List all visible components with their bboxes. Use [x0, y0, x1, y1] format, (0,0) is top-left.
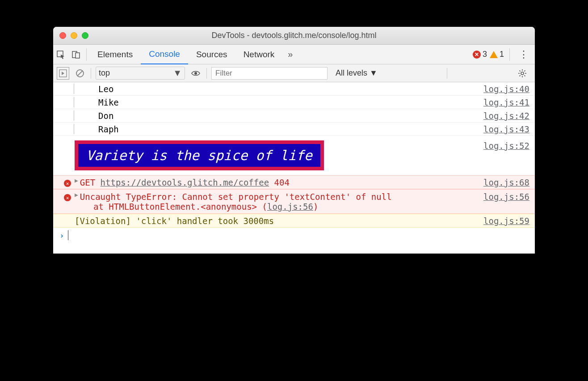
live-expression-icon[interactable] — [189, 67, 202, 80]
svg-line-12 — [520, 70, 521, 71]
kebab-menu-icon[interactable]: ⋮ — [512, 49, 535, 60]
expand-icon[interactable]: ▶ — [75, 191, 78, 202]
minimize-window-button[interactable] — [71, 32, 77, 39]
expand-icon[interactable]: ▶ — [75, 177, 78, 184]
stack-frame-text: at HTMLButtonElement.<anonymous> ( — [93, 202, 267, 212]
separator — [91, 68, 91, 79]
error-row[interactable]: ✕ ▶ GET https://devtools.glitch.me/coffe… — [53, 175, 535, 189]
warning-count: 1 — [500, 50, 504, 59]
styled-log-row[interactable]: Variety is the spice of life log.js:52 — [53, 136, 535, 175]
titlebar: DevTools - devtools.glitch.me/console/lo… — [53, 27, 535, 45]
close-window-button[interactable] — [59, 32, 66, 39]
separator — [509, 48, 510, 61]
error-icon: ✕ — [64, 180, 71, 187]
error-count: 3 — [483, 50, 487, 59]
svg-line-13 — [524, 75, 525, 76]
error-badge-icon: ✕ — [473, 51, 481, 59]
error-warning-badges[interactable]: ✕3 1 — [473, 50, 507, 59]
log-text: Don — [86, 110, 113, 121]
svg-point-7 — [521, 72, 524, 75]
error-url[interactable]: https://devtools.glitch.me/coffee — [101, 178, 269, 187]
error-row[interactable]: ✕ ▶ Uncaught TypeError: Cannot set prope… — [53, 189, 535, 214]
filter-input[interactable] — [211, 67, 328, 80]
log-level-selector[interactable]: All levels ▼ — [332, 68, 381, 78]
maximize-window-button[interactable] — [82, 32, 88, 39]
devtools-window: DevTools - devtools.glitch.me/console/lo… — [53, 27, 535, 254]
log-row[interactable]: Leo log.js:40 — [53, 82, 535, 96]
tab-console[interactable]: Console — [141, 45, 188, 64]
console-toolbar: top ▼ All levels ▼ — [53, 64, 535, 82]
console-sidebar-toggle-icon[interactable] — [57, 67, 69, 80]
log-row[interactable]: Don log.js:42 — [53, 109, 535, 123]
source-link[interactable]: log.js:40 — [483, 84, 529, 94]
log-text: Mike — [86, 97, 119, 107]
warning-badge-icon — [490, 51, 498, 58]
violation-row[interactable]: [Violation] 'click' handler took 3000ms … — [53, 214, 535, 228]
log-text: Leo — [86, 84, 113, 94]
inspect-element-icon[interactable] — [53, 45, 68, 64]
tab-elements[interactable]: Elements — [89, 45, 141, 64]
device-toolbar-icon[interactable] — [68, 45, 84, 64]
source-link[interactable]: log.js:68 — [483, 177, 529, 187]
separator — [86, 48, 87, 61]
log-row[interactable]: Raph log.js:43 — [53, 123, 535, 136]
window-title: DevTools - devtools.glitch.me/console/lo… — [53, 31, 535, 40]
text-cursor — [68, 230, 68, 240]
clear-console-icon[interactable] — [74, 67, 86, 80]
violation-text: [Violation] 'click' handler took 3000ms — [75, 216, 483, 226]
log-row[interactable]: Mike log.js:41 — [53, 96, 535, 109]
prompt-chevron-icon: › — [53, 231, 64, 240]
source-link[interactable]: log.js:56 — [483, 191, 529, 202]
error-message: Uncaught TypeError: Cannot set property … — [80, 191, 483, 202]
error-icon: ✕ — [64, 194, 71, 201]
svg-line-15 — [524, 70, 525, 71]
tabbar: Elements Console Sources Network » ✕3 1 … — [53, 45, 535, 64]
tab-sources[interactable]: Sources — [188, 45, 235, 64]
context-selector[interactable]: top ▼ — [96, 67, 185, 80]
more-tabs-icon[interactable]: » — [282, 49, 298, 59]
source-link[interactable]: log.js:59 — [483, 216, 529, 226]
source-link[interactable]: log.js:41 — [483, 97, 529, 107]
tab-network[interactable]: Network — [235, 45, 283, 64]
source-link[interactable]: log.js:43 — [483, 124, 529, 134]
source-link[interactable]: log.js:42 — [483, 110, 529, 121]
source-link[interactable]: log.js:52 — [483, 140, 529, 151]
http-status: 404 — [274, 178, 290, 187]
traffic-lights — [59, 32, 88, 39]
log-text: Raph — [86, 124, 119, 134]
context-value: top — [99, 68, 110, 78]
svg-rect-2 — [76, 53, 80, 58]
svg-point-6 — [194, 72, 197, 75]
http-method: GET — [80, 178, 95, 187]
console-settings-icon[interactable] — [513, 69, 531, 78]
separator — [206, 68, 207, 79]
styled-log-text: Variety is the spice of life — [75, 140, 324, 170]
stack-frame-link[interactable]: log.js:56 — [267, 202, 313, 212]
console-output: Leo log.js:40 Mike log.js:41 Don log.js:… — [53, 82, 535, 254]
separator — [447, 68, 447, 79]
console-prompt[interactable]: › — [53, 228, 535, 254]
svg-line-5 — [77, 71, 83, 76]
stack-frame-close: ) — [313, 202, 318, 212]
svg-line-14 — [520, 75, 521, 76]
chevron-down-icon: ▼ — [173, 68, 182, 78]
